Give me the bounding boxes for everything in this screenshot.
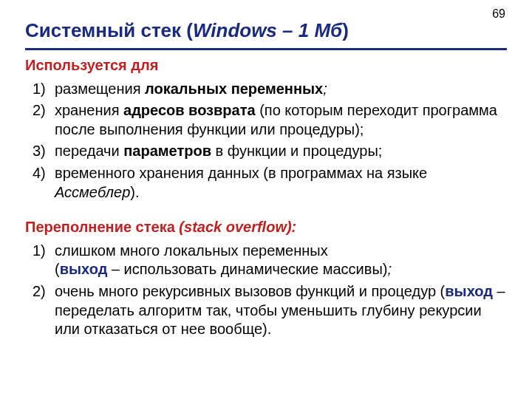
text-run: в функции и процедуры; [211,143,382,159]
list-number: 1) [33,80,46,99]
title-prefix: Системный стек ( [25,19,193,41]
text-run: – использовать динамические массивы) [107,261,387,277]
section2-heading-plain: Переполнение стека [25,219,179,235]
list-number: 4) [33,164,46,183]
list-number: 3) [33,142,46,161]
text-run: хранения [55,102,123,118]
page-number: 69 [492,7,505,21]
text-run: очень много рекурсивных вызовов функций … [55,283,445,299]
section2-list: 1)слишком много локальных переменных(вых… [25,240,507,341]
text-run: размещения [55,81,145,97]
text-run: передачи [55,143,123,159]
text-run: адресов возврата [123,102,256,118]
list-number: 2) [33,282,46,301]
text-run: слишком много локальных переменных [55,242,328,259]
title-rule [25,48,507,50]
section2-heading: Переполнение стека (stack overflow): [25,218,507,237]
section2-heading-italic: (stack overflow): [179,219,296,235]
text-run: параметров [123,143,211,159]
body-content: Используется для 1)размещения локальных … [0,56,532,341]
text-run: ( [55,261,60,277]
list-item: 2)очень много рекурсивных вызовов функци… [33,281,507,341]
text-run: выход [60,261,108,277]
list-number: 1) [33,242,46,261]
list-number: 2) [33,101,46,120]
text-run: ; [387,261,392,277]
list-item: 2)хранения адресов возврата (по которым … [33,100,507,140]
section1-list: 1)размещения локальных переменных;2)хран… [25,78,507,204]
text-run: Ассмеблер [55,184,130,200]
text-run: временного хранения данных (в программах… [55,165,427,181]
text-run: ; [323,81,327,97]
page-title: Системный стек (Windows – 1 Мб) [0,0,532,47]
list-item: 1)слишком много локальных переменных(вых… [33,240,507,281]
list-item: 4)временного хранения данных (в программ… [33,163,507,203]
list-item: 3)передачи параметров в функции и процед… [33,140,507,163]
text-run: выход [445,283,493,299]
section1-heading: Используется для [25,56,507,75]
title-italic: Windows – 1 Мб [193,19,342,41]
title-suffix: ) [342,19,349,41]
text-run: ). [130,184,139,200]
list-item: 1)размещения локальных переменных; [33,78,507,100]
text-run: локальных переменных [145,81,323,97]
